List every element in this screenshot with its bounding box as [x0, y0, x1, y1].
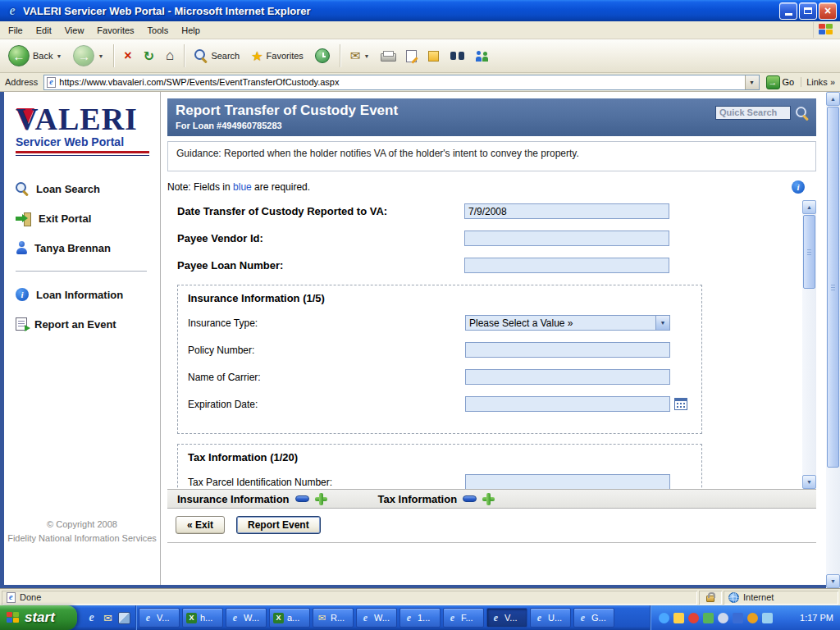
address-dropdown-button[interactable]: ▼: [745, 75, 759, 89]
toolbar-separator: [184, 44, 185, 67]
taskbar-window-button[interactable]: e1...: [399, 608, 441, 628]
taskbar-window-button[interactable]: ✉R...: [313, 608, 354, 628]
taskbar-window-button[interactable]: eG...: [573, 608, 614, 628]
back-icon: ←: [8, 45, 30, 66]
discuss-button[interactable]: [425, 49, 442, 63]
payee-loan-number-input[interactable]: [464, 258, 669, 273]
scroll-up-button[interactable]: ▲: [826, 92, 840, 106]
transfer-date-input[interactable]: 7/9/2008: [464, 203, 669, 219]
minimize-button[interactable]: [779, 2, 797, 20]
scrollbar-thumb[interactable]: [827, 107, 839, 468]
stop-icon: ×: [124, 48, 131, 63]
taskbar-window-button[interactable]: eW...: [356, 608, 397, 628]
start-button[interactable]: start: [0, 605, 77, 630]
name-of-carrier-input[interactable]: [465, 369, 670, 385]
home-button[interactable]: ⌂: [162, 46, 177, 66]
favorites-button[interactable]: ★ Favorites: [248, 47, 307, 66]
form-row: Policy Number:: [188, 342, 701, 358]
menu-tools[interactable]: Tools: [141, 23, 176, 38]
taskbar-window-button-active[interactable]: eV...: [486, 608, 527, 628]
tray-icon[interactable]: [762, 613, 773, 623]
refresh-button[interactable]: ↻: [140, 47, 158, 66]
history-button[interactable]: [312, 47, 333, 65]
mail-button[interactable]: ✉ ▼: [347, 47, 373, 65]
forward-button[interactable]: → ▼: [70, 43, 107, 68]
stop-button[interactable]: ×: [121, 47, 135, 65]
tray-icon[interactable]: [733, 613, 743, 623]
menu-favorites[interactable]: Favorites: [90, 23, 140, 38]
taskbar-window-button[interactable]: eV...: [139, 608, 180, 628]
show-desktop-icon[interactable]: [118, 612, 130, 624]
sidebar-item-loan-search[interactable]: Loan Search: [16, 174, 160, 203]
menu-edit[interactable]: Edit: [30, 23, 58, 38]
sidebar-item-loan-information[interactable]: i Loan Information: [16, 280, 160, 309]
back-button[interactable]: ← Back ▼: [5, 43, 65, 68]
go-button[interactable]: → Go: [764, 75, 797, 89]
edit-button[interactable]: [403, 48, 420, 64]
scrollbar-thumb[interactable]: [803, 215, 815, 289]
mail-icon[interactable]: ✉: [102, 612, 114, 624]
sidebar: VALERI Servicer Web Portal Loan Search E…: [4, 92, 161, 585]
scrollbar-track[interactable]: [826, 106, 840, 574]
print-button[interactable]: [377, 49, 398, 63]
taskbar-window-button[interactable]: eF...: [443, 608, 484, 628]
sidebar-item-user[interactable]: Tanya Brennan: [16, 233, 160, 262]
tax-parcel-id-input[interactable]: [465, 474, 670, 489]
expiration-date-input[interactable]: [465, 396, 670, 412]
scroll-up-button[interactable]: ▲: [802, 200, 816, 214]
quick-search-input[interactable]: Quick Search: [715, 106, 791, 120]
tray-icon[interactable]: [703, 613, 714, 623]
sidebar-item-exit-portal[interactable]: Exit Portal: [16, 203, 160, 233]
scroll-down-button[interactable]: ▼: [826, 574, 840, 588]
links-chevron-icon[interactable]: »: [830, 77, 835, 87]
chevron-down-icon[interactable]: ▼: [655, 316, 669, 330]
menu-file[interactable]: File: [2, 23, 30, 38]
windows-flag-icon: [819, 24, 833, 36]
sidebar-item-label: Exit Portal: [39, 212, 91, 225]
tray-icon[interactable]: [688, 613, 699, 623]
taskbar-window-button[interactable]: Xa...: [269, 608, 310, 628]
address-input[interactable]: https://www.vbavaleri.com/SWP/Events/Eve…: [43, 75, 759, 90]
tax-remove-button[interactable]: [463, 495, 477, 502]
menu-help[interactable]: Help: [175, 23, 207, 38]
ie-icon: e: [447, 613, 458, 623]
tax-add-button[interactable]: [482, 493, 495, 505]
maximize-button[interactable]: [799, 2, 817, 20]
insurance-type-label: Insurance Type:: [188, 317, 465, 329]
exit-button[interactable]: « Exit: [176, 516, 225, 534]
messenger-button[interactable]: [472, 49, 493, 63]
ie-icon[interactable]: e: [85, 612, 98, 624]
links-bar[interactable]: Links »: [801, 77, 837, 87]
tray-icon[interactable]: [718, 613, 728, 623]
tray-icon[interactable]: [673, 613, 684, 623]
title-bar[interactable]: e VALERI Servicer Web Portal - Microsoft…: [0, 0, 840, 21]
taskbar-window-button[interactable]: Xh...: [182, 608, 223, 628]
search-button[interactable]: Search: [191, 48, 243, 64]
taskbar-window-button[interactable]: eW...: [226, 608, 267, 628]
page-scrollbar[interactable]: ▲ ▼: [826, 92, 840, 588]
mail-dropdown-icon[interactable]: ▼: [363, 53, 369, 59]
menu-view[interactable]: View: [58, 23, 91, 38]
tray-icon[interactable]: [659, 613, 669, 623]
taskbar-window-button[interactable]: eU...: [530, 608, 571, 628]
insurance-remove-button[interactable]: [295, 495, 309, 502]
start-label: start: [25, 609, 55, 626]
insurance-type-select[interactable]: Please Select a Value » ▼: [465, 315, 670, 331]
back-dropdown-icon[interactable]: ▼: [56, 53, 62, 59]
sidebar-item-report-an-event[interactable]: Report an Event: [16, 309, 160, 339]
forward-dropdown-icon[interactable]: ▼: [98, 53, 103, 59]
policy-number-input[interactable]: [465, 342, 670, 358]
insurance-add-button[interactable]: [315, 493, 327, 505]
tray-icon[interactable]: [747, 613, 758, 623]
report-event-button[interactable]: Report Event: [236, 516, 321, 534]
help-info-icon[interactable]: i: [792, 180, 805, 194]
calendar-icon[interactable]: [674, 398, 687, 410]
research-button[interactable]: [447, 50, 468, 62]
form-scrollbar[interactable]: ▲ ▼: [802, 200, 816, 489]
scrollbar-track[interactable]: [802, 214, 816, 475]
quick-search-icon[interactable]: [795, 107, 808, 120]
scroll-down-button[interactable]: ▼: [802, 475, 816, 489]
system-tray: 1:17 PM: [650, 605, 840, 630]
close-button[interactable]: ×: [819, 2, 837, 20]
payee-vendor-id-input[interactable]: [464, 231, 669, 246]
